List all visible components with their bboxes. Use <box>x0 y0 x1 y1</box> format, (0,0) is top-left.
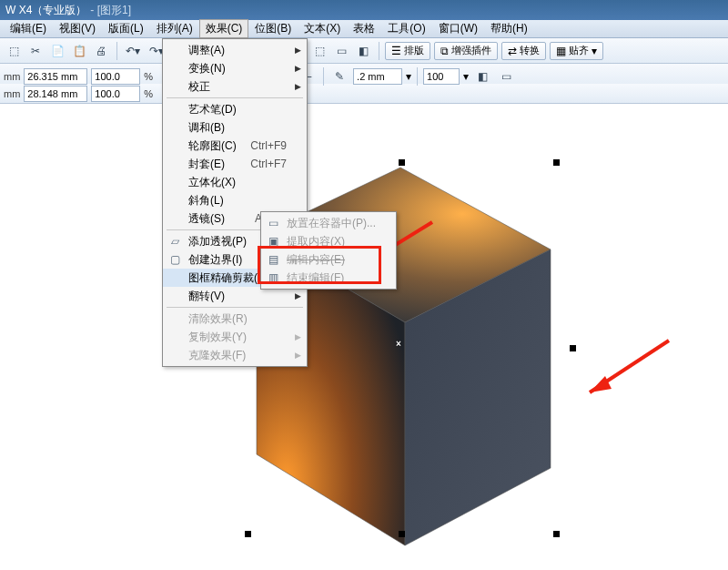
menu-row-label: 添加透视(P) <box>188 234 247 249</box>
menu-row: 复制效果(Y)▶ <box>163 328 307 346</box>
menu-item[interactable]: 排列(A) <box>150 19 199 38</box>
submenu-arrow-icon: ▶ <box>295 351 301 360</box>
menu-row[interactable]: 调和(B) <box>163 118 307 137</box>
menu-row[interactable]: 封套(E)Ctrl+F7 <box>163 155 307 173</box>
outline-pen-icon[interactable]: ✎ <box>329 66 349 87</box>
menu-item[interactable]: 窗口(W) <box>432 19 484 38</box>
selection-handle[interactable] <box>399 159 405 166</box>
menu-row-label: 调和(B) <box>188 120 225 136</box>
undo-button[interactable]: ↶▾ <box>123 41 143 61</box>
menu-row-label: 封套(E) <box>188 157 225 172</box>
outline-width-dropdown[interactable]: ▾ <box>406 71 411 82</box>
menu-row: 清除效果(R) <box>163 310 307 328</box>
scale-y-input[interactable]: 100.0 <box>91 86 140 102</box>
toolbar-button[interactable]: ✂ <box>25 41 46 61</box>
menu-row-icon: ▱ <box>167 235 183 248</box>
y-unit-label: mm <box>4 88 20 99</box>
toolbar-standard: ⬚✂📄📋🖨 ↶▾ ↷▾ 🔍+🔍-⤢⤢⬚⬚⬚▭◧ ☰排版 ⧉增强插件 ⇄转换 ▦贴… <box>0 38 728 64</box>
menu-item[interactable]: 版面(L) <box>102 19 150 38</box>
toolbar-button[interactable]: 📄 <box>47 41 67 61</box>
menu-item[interactable]: 位图(B) <box>248 19 298 38</box>
zoom-button[interactable]: ◧ <box>353 41 373 61</box>
center-marker: × <box>396 339 401 349</box>
misc-button-1[interactable]: ◧ <box>472 66 492 87</box>
zoom-button[interactable]: ⬚ <box>309 41 329 61</box>
menu-row-label: 透镜(S) <box>188 211 225 227</box>
toolbar-button[interactable]: ⬚ <box>4 41 24 61</box>
menu-row[interactable]: 斜角(L) <box>163 191 307 209</box>
menu-bar: 编辑(E)视图(V)版面(L)排列(A)效果(C)位图(B)文本(X)表格工具(… <box>0 20 728 38</box>
opacity-dropdown[interactable]: ▾ <box>463 71 469 82</box>
canvas-area[interactable]: × <box>0 104 728 570</box>
submenu-row: ▭放置在容器中(P)... <box>261 214 396 232</box>
plugins-button[interactable]: ⧉增强插件 <box>434 42 498 60</box>
convert-button[interactable]: ⇄转换 <box>501 42 546 60</box>
zoom-button[interactable]: ▭ <box>331 41 351 61</box>
menu-row: 克隆效果(F)▶ <box>163 346 307 364</box>
menu-row-label: 轮廓图(C) <box>188 138 237 154</box>
selection-handle[interactable] <box>553 159 560 166</box>
submenu-row-icon: ▭ <box>265 217 281 229</box>
submenu-row-label: 放置在容器中(P)... <box>287 216 376 231</box>
doc-title: - [图形1] <box>90 3 131 18</box>
app-title: W X4（专业版） <box>5 3 86 18</box>
submenu-arrow-icon: ▶ <box>295 82 301 91</box>
menu-item[interactable]: 效果(C) <box>199 19 249 38</box>
menu-row-label: 创建边界(I) <box>188 252 242 268</box>
menu-item[interactable]: 帮助(H) <box>484 19 534 38</box>
submenu-arrow-icon: ▶ <box>295 291 301 300</box>
menu-row-label: 艺术笔(D) <box>188 102 237 117</box>
menu-item[interactable]: 表格 <box>347 19 381 38</box>
menu-row[interactable]: 校正▶ <box>163 77 307 96</box>
submenu-arrow-icon: ▶ <box>295 64 301 73</box>
effects-menu: 调整(A)▶变换(N)▶校正▶艺术笔(D)调和(B)轮廓图(C)Ctrl+F9封… <box>162 38 308 367</box>
menu-row[interactable]: 立体化(X) <box>163 173 307 191</box>
selection-handle[interactable] <box>553 531 560 537</box>
menu-row-label: 变换(N) <box>188 61 226 76</box>
layout-button[interactable]: ☰排版 <box>385 42 430 60</box>
submenu-arrow-icon: ▶ <box>295 332 301 341</box>
menu-row-label: 清除效果(R) <box>188 311 248 327</box>
menu-row[interactable]: 翻转(V)▶ <box>163 287 307 305</box>
property-bar-row2: mm 28.148 mm 100.0 % ⟳ <box>0 84 728 104</box>
scale-x-input[interactable]: 100.0 <box>91 68 140 85</box>
misc-button-2[interactable]: ▭ <box>496 66 516 87</box>
menu-row-label: 复制效果(Y) <box>188 330 247 345</box>
menu-row[interactable]: 调整(A)▶ <box>163 41 307 59</box>
annotation-arrow-2 <box>573 336 673 409</box>
opacity-input[interactable]: 100 <box>423 68 460 85</box>
menu-row-label: 调整(A) <box>188 43 225 58</box>
menu-row-label: 斜角(L) <box>188 193 224 209</box>
menu-row-label: 立体化(X) <box>188 175 236 190</box>
menu-row-label: 翻转(V) <box>188 289 225 304</box>
annotation-redbox <box>258 246 381 284</box>
menu-row-icon: ▢ <box>167 253 183 266</box>
toolbar-button[interactable]: 🖨 <box>91 41 111 61</box>
title-bar: W X4（专业版） - [图形1] <box>0 0 728 20</box>
x-position-input[interactable]: 26.315 mm <box>24 68 87 85</box>
y-position-input[interactable]: 28.148 mm <box>24 86 87 102</box>
menu-row-label: 校正 <box>188 79 210 95</box>
x-unit-label: mm <box>4 71 20 82</box>
selection-handle[interactable] <box>399 531 405 537</box>
menu-item[interactable]: 文本(X) <box>298 19 347 38</box>
menu-item[interactable]: 编辑(E) <box>4 19 53 38</box>
menu-row-label: 克隆效果(F) <box>188 348 246 363</box>
menu-row[interactable]: 轮廓图(C)Ctrl+F9 <box>163 137 307 155</box>
snap-button[interactable]: ▦贴齐▾ <box>550 42 603 60</box>
submenu-arrow-icon: ▶ <box>295 46 301 55</box>
toolbar-button[interactable]: 📋 <box>69 41 89 61</box>
menu-row[interactable]: 变换(N)▶ <box>163 59 307 77</box>
outline-width-input[interactable]: .2 mm <box>353 68 402 85</box>
menu-item[interactable]: 视图(V) <box>53 19 102 38</box>
selection-handle[interactable] <box>245 531 251 537</box>
menu-row[interactable]: 艺术笔(D) <box>163 100 307 118</box>
menu-item[interactable]: 工具(O) <box>381 19 431 38</box>
